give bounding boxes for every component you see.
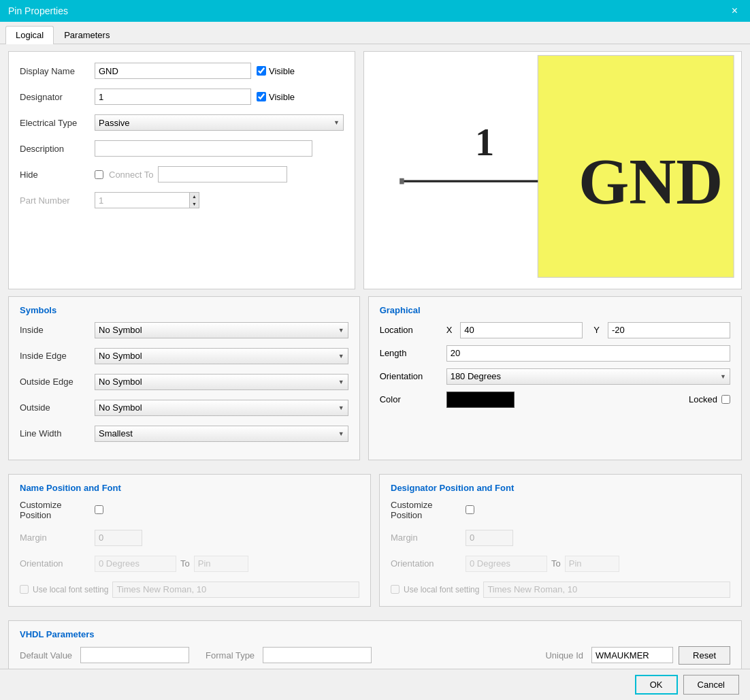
location-x-input[interactable] bbox=[460, 322, 583, 338]
des-customize-position-checkbox[interactable] bbox=[466, 505, 474, 514]
color-swatch[interactable] bbox=[446, 392, 515, 408]
description-row: Description bbox=[20, 140, 344, 157]
display-name-input[interactable] bbox=[95, 63, 251, 79]
des-use-local-font-checkbox[interactable] bbox=[391, 585, 400, 594]
designator-row: Designator Visible bbox=[20, 89, 344, 105]
line-width-select[interactable]: Smallest Small Medium Large bbox=[95, 426, 348, 442]
name-orientation-select[interactable]: 0 Degrees bbox=[95, 556, 176, 572]
part-number-input[interactable] bbox=[95, 192, 190, 208]
des-orientation-select[interactable]: 0 Degrees bbox=[466, 556, 547, 572]
inside-select-wrap: No Symbol bbox=[95, 322, 348, 338]
reset-button[interactable]: Reset bbox=[679, 646, 730, 665]
preview-svg: 1 GND bbox=[364, 52, 741, 289]
dialog-body: Logical Parameters Display Name Visible bbox=[0, 22, 750, 700]
display-name-visible-label[interactable]: Visible bbox=[257, 66, 295, 76]
cancel-button[interactable]: Cancel bbox=[683, 675, 739, 695]
inside-label: Inside bbox=[20, 325, 95, 335]
name-to-label: To bbox=[180, 558, 190, 569]
des-use-local-font-label: Use local font setting bbox=[404, 585, 479, 594]
name-margin-input[interactable] bbox=[95, 530, 142, 546]
name-customize-position-checkbox[interactable] bbox=[95, 505, 103, 514]
part-number-label: Part Number bbox=[20, 195, 95, 206]
des-margin-input[interactable] bbox=[466, 530, 513, 546]
des-orientation-label: Orientation bbox=[391, 558, 466, 569]
designator-position-font-section: Designator Position and Font Customize P… bbox=[379, 474, 742, 607]
display-name-visible-checkbox[interactable] bbox=[257, 66, 266, 76]
title-bar: Pin Properties × bbox=[0, 0, 750, 22]
name-position-font-section: Name Position and Font Customize Positio… bbox=[8, 474, 371, 607]
name-use-local-font-label: Use local font setting bbox=[33, 585, 108, 594]
part-number-row: Part Number ▲ ▼ bbox=[20, 192, 344, 208]
graphical-section: Graphical Location X Y Length Orientatio… bbox=[368, 296, 742, 460]
vhdl-title: VHDL Parameters bbox=[20, 629, 730, 639]
display-name-visible-group: Visible bbox=[257, 66, 295, 76]
des-pin-select[interactable]: Pin bbox=[565, 556, 619, 572]
name-margin-row: Margin bbox=[20, 530, 359, 546]
inside-select[interactable]: No Symbol bbox=[95, 322, 348, 338]
electrical-type-select-wrap: Passive Input Output Bidirectional bbox=[95, 114, 344, 131]
formal-type-input[interactable] bbox=[263, 647, 372, 663]
des-orientation-row: Orientation 0 Degrees To Pin bbox=[391, 556, 730, 572]
inside-edge-label: Inside Edge bbox=[20, 351, 95, 361]
top-content: Display Name Visible Designator bbox=[8, 51, 742, 289]
name-font-row: Use local font setting bbox=[20, 582, 359, 598]
length-input[interactable] bbox=[446, 345, 730, 362]
ok-button[interactable]: OK bbox=[635, 675, 678, 695]
location-row: Location X Y bbox=[380, 322, 730, 338]
name-pin-select[interactable]: Pin bbox=[194, 556, 248, 572]
scroll-area[interactable]: Display Name Visible Designator bbox=[0, 44, 750, 669]
name-font-value-input[interactable] bbox=[112, 582, 359, 598]
length-label: Length bbox=[380, 348, 441, 358]
connect-to-label: Connect To bbox=[109, 170, 154, 180]
des-margin-row: Margin bbox=[391, 530, 730, 546]
y-label: Y bbox=[593, 325, 600, 335]
outside-edge-row: Outside Edge No Symbol bbox=[20, 374, 348, 390]
designator-position-font-title: Designator Position and Font bbox=[391, 483, 730, 493]
designator-visible-group: Visible bbox=[257, 92, 295, 102]
connect-to-input[interactable] bbox=[158, 166, 287, 182]
designator-input[interactable] bbox=[95, 89, 251, 105]
spinner-buttons: ▲ ▼ bbox=[190, 192, 199, 208]
description-input[interactable] bbox=[95, 140, 312, 157]
close-button[interactable]: × bbox=[728, 4, 742, 18]
graphical-title: Graphical bbox=[380, 305, 730, 315]
orientation-row: Orientation 180 Degrees 0 Degrees 90 Deg… bbox=[380, 368, 730, 385]
unique-id-input[interactable] bbox=[591, 647, 673, 663]
outside-label: Outside bbox=[20, 402, 95, 413]
outside-select[interactable]: No Symbol bbox=[95, 400, 348, 416]
outside-edge-select[interactable]: No Symbol bbox=[95, 374, 348, 390]
tab-logical[interactable]: Logical bbox=[5, 26, 54, 44]
des-customize-position-label: Customize Position bbox=[391, 500, 466, 520]
name-orientation-row: Orientation 0 Degrees To Pin bbox=[20, 556, 359, 572]
symbols-title: Symbols bbox=[20, 305, 348, 315]
spinner-down-button[interactable]: ▼ bbox=[190, 200, 199, 208]
name-orientation-controls: 0 Degrees To Pin bbox=[95, 556, 248, 572]
designator-visible-label[interactable]: Visible bbox=[257, 92, 295, 102]
electrical-type-select[interactable]: Passive Input Output Bidirectional bbox=[95, 114, 344, 131]
svg-rect-2 bbox=[400, 178, 404, 185]
svg-text:1: 1 bbox=[475, 121, 494, 163]
des-font-value-input[interactable] bbox=[483, 582, 730, 598]
outside-edge-select-wrap: No Symbol bbox=[95, 374, 348, 390]
inside-row: Inside No Symbol bbox=[20, 322, 348, 338]
default-value-input[interactable] bbox=[80, 647, 189, 663]
inside-edge-select[interactable]: No Symbol bbox=[95, 348, 348, 364]
x-label: X bbox=[446, 325, 453, 335]
symbols-graphical-row: Symbols Inside No Symbol Inside Edge No … bbox=[8, 296, 742, 467]
unique-id-label: Unique Id bbox=[545, 650, 583, 661]
location-y-input[interactable] bbox=[608, 322, 730, 338]
outside-row: Outside No Symbol bbox=[20, 400, 348, 416]
locked-checkbox[interactable] bbox=[721, 395, 730, 404]
designator-visible-checkbox[interactable] bbox=[257, 92, 266, 101]
locked-group: Locked bbox=[689, 394, 730, 404]
line-width-row: Line Width Smallest Small Medium Large bbox=[20, 426, 348, 442]
spinner-up-button[interactable]: ▲ bbox=[190, 193, 199, 200]
orientation-select[interactable]: 180 Degrees 0 Degrees 90 Degrees 270 Deg… bbox=[446, 368, 730, 385]
outside-edge-label: Outside Edge bbox=[20, 377, 95, 387]
display-name-label: Display Name bbox=[20, 66, 95, 76]
hide-checkbox[interactable] bbox=[95, 170, 103, 179]
inside-edge-row: Inside Edge No Symbol bbox=[20, 348, 348, 364]
tab-parameters[interactable]: Parameters bbox=[54, 26, 120, 44]
name-use-local-font-checkbox[interactable] bbox=[20, 585, 29, 594]
logical-section: Display Name Visible Designator bbox=[8, 51, 355, 289]
